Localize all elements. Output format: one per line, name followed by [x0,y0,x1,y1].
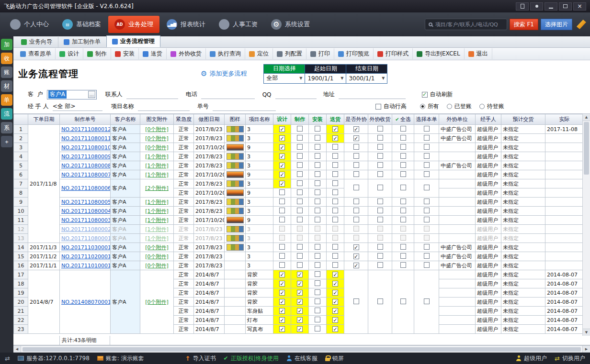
deliver-checkbox[interactable] [332,253,338,259]
nav-item-hr-payroll[interactable]: 人事工资 [213,16,264,33]
design-checkbox[interactable] [279,290,285,296]
toolbar-button-view-original[interactable]: 查看原单 [16,48,56,59]
select-order-checkbox[interactable] [424,162,430,168]
end-date-select[interactable]: 3000/1/1▼ [346,73,387,83]
outsource-checkbox[interactable] [353,185,359,190]
produce-checkbox[interactable] [297,144,303,150]
tab-business-flow[interactable]: 业务流程管理 [106,35,160,47]
col-header-img[interactable]: 图样 [225,114,246,125]
order-no-link[interactable]: NO.201711080009 [61,154,111,160]
deliver-checkbox[interactable] [332,189,338,195]
order-no-link[interactable]: NO.201408070001 [61,299,111,305]
produce-checkbox[interactable] [297,281,303,287]
nav-item-system-settings[interactable]: ⚙系统设置 [265,16,316,33]
deliver-checkbox[interactable] [332,199,338,204]
search-button[interactable]: 搜索 F1 [510,19,538,30]
attachment-link[interactable]: [0个附件] [145,126,169,132]
outsource-checkbox[interactable] [353,254,359,259]
scroll-right-button[interactable]: ▶ [582,346,590,353]
outsource-checkbox[interactable] [353,153,359,159]
col-header-handler[interactable]: 经手人 [476,114,501,125]
design-checkbox[interactable] [279,217,285,222]
install-checkbox[interactable] [315,298,320,304]
thumbnail-image[interactable] [227,153,244,160]
attachment-link[interactable]: [0个附件] [145,135,169,142]
deliver-checkbox[interactable] [332,162,338,168]
deliver-checkbox[interactable] [332,126,338,132]
outsource-checkbox[interactable] [353,298,359,304]
outsource-checkbox[interactable] [353,171,359,177]
outsource-receive-checkbox[interactable] [377,185,383,190]
outsource-checkbox[interactable] [353,235,359,241]
order-no-link[interactable]: NO.201711080012 [61,126,111,132]
attachment-link[interactable]: [1个附件] [145,154,169,160]
deliver-checkbox[interactable] [332,281,338,287]
select-order-checkbox[interactable] [424,298,430,304]
thumbnail-image[interactable] [227,189,244,196]
select-order-checkbox[interactable] [424,217,430,222]
install-checkbox[interactable] [315,271,320,277]
design-checkbox[interactable] [279,326,285,332]
deliver-checkbox[interactable] [332,180,338,186]
deliver-checkbox[interactable] [332,317,338,323]
attachment-link[interactable]: [1个附件] [145,217,169,223]
deliver-checkbox[interactable] [332,226,338,232]
select-order-checkbox[interactable] [424,208,430,213]
sidebar-item-flow[interactable]: 流 [1,108,12,120]
col-header-selthis[interactable]: 选择本单 [414,114,439,125]
outsource-receive-checkbox[interactable] [377,262,383,268]
deliver-checkbox[interactable] [332,153,338,159]
col-header-proj[interactable]: 项目名称 [246,114,273,125]
qq-input[interactable] [275,90,317,99]
install-checkbox[interactable] [315,189,320,195]
outsource-receive-checkbox[interactable] [377,208,383,213]
design-checkbox[interactable] [279,163,285,168]
col-header-selall[interactable]: ✔全选 [392,114,414,125]
design-checkbox[interactable] [279,253,285,259]
attachment-link[interactable]: [1个附件] [145,199,169,205]
auto-refresh-checkbox[interactable] [422,92,428,98]
brush-icon[interactable] [577,20,586,29]
outsource-receive-checkbox[interactable] [377,153,383,159]
attachment-link[interactable]: [1个附件] [145,226,169,232]
outsource-receive-checkbox[interactable] [377,144,383,150]
install-checkbox[interactable] [315,308,320,313]
customer-input[interactable]: 客户A … [47,90,97,99]
attachment-link[interactable]: [1个附件] [145,235,169,242]
thumbnail-image[interactable] [227,217,244,223]
add-more-flows-link[interactable]: ⚙ 添加更多流程 [201,69,247,78]
attachment-link[interactable]: [1个附件] [145,208,169,214]
produce-checkbox[interactable] [297,153,303,159]
produce-checkbox[interactable] [297,253,303,259]
col-header-make[interactable]: 制作 [291,114,309,125]
select-all-checkbox[interactable] [400,217,406,222]
contact-input[interactable] [126,90,178,99]
produce-checkbox[interactable] [297,235,303,241]
select-order-checkbox[interactable] [424,135,430,141]
produce-checkbox[interactable] [297,290,303,296]
order-no-link[interactable]: NO.201711080004 [61,208,111,214]
col-header-outsrc[interactable]: 是否外协 [344,114,368,125]
toolbar-button-produce[interactable]: 制作 [83,48,111,59]
thumbnail-image[interactable] [227,135,244,142]
attachment-link[interactable]: [0个附件] [145,144,169,151]
order-no-link[interactable]: NO.201711080003 [61,217,111,223]
produce-checkbox[interactable] [297,208,303,213]
install-checkbox[interactable] [315,289,320,295]
deliver-checkbox[interactable] [332,144,338,150]
outsource-checkbox[interactable] [353,244,359,250]
deliver-checkbox[interactable] [332,290,338,296]
project-input[interactable] [138,102,190,111]
skin-button[interactable] [516,2,529,11]
install-checkbox[interactable] [315,162,320,168]
install-checkbox[interactable] [315,226,320,232]
order-no-link[interactable]: NO.201711020001 [61,254,111,260]
switch-user-button[interactable]: ⇄ 切换用户 [555,354,585,363]
design-checkbox[interactable] [279,262,285,268]
produce-checkbox[interactable] [297,262,303,268]
select-order-checkbox[interactable] [424,253,430,259]
outsource-checkbox[interactable] [353,217,359,222]
select-order-checkbox[interactable] [424,171,430,177]
install-checkbox[interactable] [315,144,320,150]
outsource-receive-checkbox[interactable] [377,217,383,222]
